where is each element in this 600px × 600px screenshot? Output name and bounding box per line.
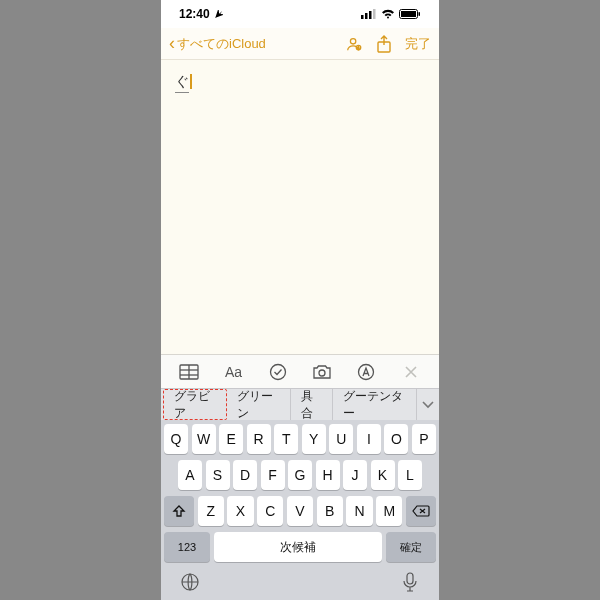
location-icon (214, 10, 223, 19)
shift-key[interactable] (164, 496, 194, 526)
status-time-area: 12:40 (179, 7, 223, 21)
suggestion-bar: グラビア グリーン 具合 グーテンター (161, 388, 439, 420)
keyboard: Q W E R T Y U I O P A S D F G H J K L Z (161, 420, 439, 600)
svg-rect-0 (361, 15, 364, 19)
key-a[interactable]: A (178, 460, 202, 490)
key-k[interactable]: K (371, 460, 395, 490)
battery-icon (399, 9, 421, 19)
key-h[interactable]: H (316, 460, 340, 490)
done-button[interactable]: 完了 (405, 35, 431, 53)
key-s[interactable]: S (206, 460, 230, 490)
suggestion-item-1[interactable]: グリーン (227, 389, 290, 420)
mode-key[interactable]: 123 (164, 532, 210, 562)
nav-actions: 完了 (345, 35, 431, 53)
key-z[interactable]: Z (198, 496, 224, 526)
key-r[interactable]: R (247, 424, 271, 454)
key-u[interactable]: U (329, 424, 353, 454)
key-v[interactable]: V (287, 496, 313, 526)
key-g[interactable]: G (288, 460, 312, 490)
key-row-1: Q W E R T Y U I O P (164, 424, 436, 454)
suggestion-item-3[interactable]: グーテンター (333, 389, 416, 420)
checklist-icon[interactable] (265, 359, 291, 385)
svg-point-14 (270, 364, 285, 379)
svg-point-7 (350, 38, 355, 43)
key-row-4: 123 次候補 確定 (164, 532, 436, 562)
key-x[interactable]: X (227, 496, 253, 526)
key-y[interactable]: Y (302, 424, 326, 454)
svg-rect-1 (365, 13, 368, 19)
nav-bar: ‹ すべてのiCloud 完了 (161, 28, 439, 60)
key-p[interactable]: P (412, 424, 436, 454)
chevron-left-icon: ‹ (169, 33, 175, 54)
suggestion-item-0[interactable]: グラビア (163, 389, 227, 420)
text-format-icon[interactable]: Aa (220, 359, 246, 385)
key-q[interactable]: Q (164, 424, 188, 454)
svg-rect-6 (419, 12, 421, 16)
collaborate-icon[interactable] (345, 35, 363, 53)
key-m[interactable]: M (376, 496, 402, 526)
svg-rect-5 (401, 11, 416, 17)
status-time: 12:40 (179, 7, 210, 21)
key-w[interactable]: W (192, 424, 216, 454)
svg-point-15 (319, 370, 325, 376)
svg-rect-18 (407, 573, 413, 584)
key-n[interactable]: N (346, 496, 372, 526)
suggestion-expand[interactable] (416, 389, 439, 420)
svg-rect-3 (373, 9, 376, 19)
note-editor[interactable]: ぐ (161, 60, 439, 354)
wifi-icon (381, 9, 395, 19)
key-c[interactable]: C (257, 496, 283, 526)
camera-icon[interactable] (309, 359, 335, 385)
confirm-key[interactable]: 確定 (386, 532, 436, 562)
svg-rect-2 (369, 11, 372, 19)
suggestion-item-2[interactable]: 具合 (291, 389, 333, 420)
key-d[interactable]: D (233, 460, 257, 490)
key-row-3: Z X C V B N M (164, 496, 436, 526)
key-t[interactable]: T (274, 424, 298, 454)
globe-icon[interactable] (178, 570, 202, 594)
markup-icon[interactable] (353, 359, 379, 385)
note-text: ぐ (175, 73, 189, 93)
key-b[interactable]: B (317, 496, 343, 526)
back-label: すべてのiCloud (177, 35, 266, 53)
table-icon[interactable] (176, 359, 202, 385)
backspace-key[interactable] (406, 496, 436, 526)
share-icon[interactable] (375, 35, 393, 53)
key-o[interactable]: O (384, 424, 408, 454)
key-e[interactable]: E (219, 424, 243, 454)
key-i[interactable]: I (357, 424, 381, 454)
format-toolbar: Aa (161, 354, 439, 388)
status-bar: 12:40 (161, 0, 439, 28)
mic-icon[interactable] (398, 570, 422, 594)
keyboard-extra-row (164, 568, 436, 594)
close-toolbar-icon[interactable] (398, 359, 424, 385)
back-button[interactable]: ‹ すべてのiCloud (169, 33, 266, 54)
key-f[interactable]: F (261, 460, 285, 490)
key-row-2: A S D F G H J K L (164, 460, 436, 490)
text-cursor (190, 74, 192, 89)
key-j[interactable]: J (343, 460, 367, 490)
signal-icon (361, 9, 377, 19)
phone-frame: 12:40 ‹ すべてのiCloud 完了 ぐ Aa (161, 0, 439, 600)
space-key[interactable]: 次候補 (214, 532, 382, 562)
key-l[interactable]: L (398, 460, 422, 490)
status-indicators (361, 9, 421, 19)
